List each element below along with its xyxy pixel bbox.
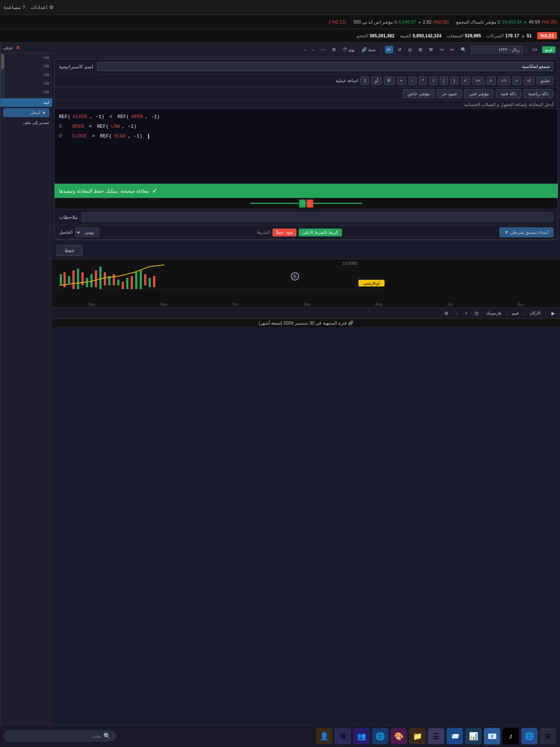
top-bar: ⚙ اعدادات ? مساعدة [0, 0, 560, 15]
op-lt[interactable]: < [486, 77, 496, 85]
delete-label[interactable]: حذف [3, 45, 13, 50]
svg-rect-15 [113, 274, 115, 285]
tech-func-btn[interactable]: دالة فنية [496, 89, 521, 98]
save-button[interactable]: حفظ [57, 245, 83, 256]
day-btn[interactable]: يوم ⏱ [340, 46, 357, 53]
redo-btn[interactable]: ↪ [438, 46, 446, 53]
square-btn2[interactable]: ▫ [302, 46, 308, 53]
settings-btn[interactable]: ⚙ [330, 46, 338, 53]
taskbar-files[interactable]: 📁 [409, 728, 426, 744]
draw-btn[interactable]: ✏ [385, 46, 393, 53]
taskbar-tiktok[interactable]: ♪ [503, 728, 519, 744]
zoom-fit-btn[interactable]: ⊡ [473, 310, 481, 317]
taskbar-desktop[interactable]: 🖥 [335, 728, 351, 744]
taskbar-tradingview[interactable]: 📊 [465, 728, 482, 744]
tab-harmonic[interactable]: هارمونيك [484, 310, 504, 316]
symbol-search[interactable] [471, 46, 523, 54]
taskbar-edge[interactable]: 🌐 [372, 728, 388, 744]
zoom-out-btn[interactable]: - [454, 310, 460, 317]
formula-line-1: REF(CLOSE, -1) < REF(OPEN, -1) [59, 113, 553, 121]
chart-settings-btn[interactable]: ⚙ [442, 310, 451, 317]
taskbar-email[interactable]: 📧 [484, 728, 500, 744]
taskbar-mail2[interactable]: 📨 [447, 728, 463, 744]
collapse-btn[interactable]: << [530, 46, 540, 53]
delete-panel: ✕ حذف HA HA HA HA HA ابية ▼ أسفل تصدير إ… [0, 43, 52, 725]
indicator-btn[interactable]: مؤشر فني [464, 89, 494, 98]
op-gt[interactable]: > [461, 77, 470, 85]
close-x-button[interactable]: ✕ [16, 45, 20, 51]
tab-arkan[interactable]: الأركان [527, 310, 543, 316]
taskbar-art[interactable]: 🎨 [391, 728, 407, 744]
custom-indicator-btn[interactable]: مؤشر خاص [403, 89, 434, 98]
notes-row: ملاحظات [55, 209, 558, 225]
taskbar-menu[interactable]: ☰ [428, 728, 444, 744]
op-minus[interactable]: - [408, 77, 417, 85]
toggle-false-btn[interactable]: صح - خطأ [273, 229, 297, 236]
op-neq[interactable]: != [524, 77, 534, 85]
op-rparen[interactable]: ) [440, 77, 448, 85]
slider-thumb-red[interactable] [307, 199, 313, 208]
op-div[interactable]: / [429, 77, 437, 85]
chart-toolbar: فيبو << 🔍 ↩ ↪ ⚒ ⊞ ◎ ↺ ✏ سنة 🔗 يوم ⏱ ⚙ ⋯ … [52, 43, 560, 57]
fibo-badge: فيبو [542, 46, 556, 53]
panel-scrollbar[interactable] [0, 53, 5, 98]
help-button[interactable]: ? مساعدة [4, 4, 25, 10]
svg-rect-9 [86, 278, 88, 287]
gear-icon: ⚙ [49, 4, 54, 10]
formula-editor[interactable]: REF(CLOSE, -1) < REF(OPEN, -1) D OPEN < … [55, 109, 558, 184]
comment-btn[interactable]: تعليق [536, 77, 553, 85]
panel-header: ✕ حذف [0, 43, 52, 53]
square-btn1[interactable]: ▫ [310, 46, 316, 53]
more-btn[interactable]: ⋯ [318, 46, 327, 53]
op-and[interactable]: J [360, 77, 369, 85]
panel-item-2: HA [5, 62, 52, 71]
settings-button[interactable]: ⚙ اعدادات [31, 4, 54, 10]
strategy-header: اسم الاستراتيجية [55, 59, 558, 74]
oct-marker: D [291, 272, 299, 280]
panel-item-5: HA [5, 88, 52, 96]
compare-btn[interactable]: ⊞ [416, 46, 424, 53]
svg-rect-21 [140, 270, 142, 289]
free-col-btn[interactable]: عمود حر [437, 89, 462, 98]
export-btn[interactable]: تصدير إلى ملف [0, 118, 52, 127]
create-condition-btn[interactable]: انشاء تنسيق شرطي ▼ [500, 227, 553, 237]
taskbar-browser[interactable]: 🌐 [521, 728, 538, 744]
strategy-name-input[interactable] [97, 62, 553, 71]
taskbar-user[interactable]: 👤 [316, 728, 332, 744]
svg-text:-10.0000: -10.0000 [342, 261, 359, 266]
op-plus[interactable]: + [397, 77, 406, 85]
slider-area[interactable] [55, 198, 558, 209]
panel-item-3: HA [5, 71, 52, 79]
play-btn[interactable]: ▶ [549, 310, 557, 317]
chart-svg: -10.0000 لوغاريتمي [52, 259, 560, 300]
text-cursor [148, 134, 149, 139]
taskbar-search[interactable]: 🔍 [4, 731, 116, 741]
refresh-btn[interactable]: ↺ [395, 46, 404, 53]
tab-fibo[interactable]: فيبو [510, 310, 521, 316]
asfl-button[interactable]: ▼ أسفل [3, 108, 49, 117]
undo-btn[interactable]: ↩ [448, 46, 456, 53]
op-lparen[interactable]: ( [450, 77, 458, 85]
tools-btn[interactable]: ⚒ [427, 46, 435, 53]
op-eq[interactable]: = [512, 77, 522, 85]
op-lte[interactable]: <= [498, 77, 510, 85]
taskbar-start[interactable]: ⊞ [540, 728, 556, 744]
op-if[interactable]: IF [384, 77, 395, 85]
op-gte[interactable]: >= [472, 77, 484, 85]
year-btn[interactable]: سنة 🔗 [359, 46, 378, 53]
fasil-select[interactable]: يومي [75, 227, 99, 237]
svg-text:لوغاريتمي: لوغاريتمي [363, 281, 380, 286]
search-input[interactable] [9, 733, 101, 739]
zoom-in-btn[interactable]: + [463, 310, 470, 317]
alert-btn[interactable]: ◎ [406, 46, 414, 53]
chart-area: فيبو << 🔍 ↩ ↪ ⚒ ⊞ ◎ ↺ ✏ سنة 🔗 يوم ⏱ ⚙ ⋯ … [52, 43, 560, 725]
search-btn[interactable]: 🔍 [458, 46, 469, 53]
svg-rect-8 [81, 272, 84, 285]
notes-input[interactable] [81, 212, 553, 222]
toggle-true-btn[interactable]: الربط بالشرط الأعلى [299, 229, 342, 236]
taskbar-teams[interactable]: 👥 [353, 728, 370, 744]
op-or[interactable]: أو [371, 77, 382, 85]
op-mul[interactable]: * [419, 77, 427, 85]
slider-thumb-green[interactable] [299, 199, 306, 208]
math-func-btn[interactable]: دالة رياضية [523, 89, 553, 98]
